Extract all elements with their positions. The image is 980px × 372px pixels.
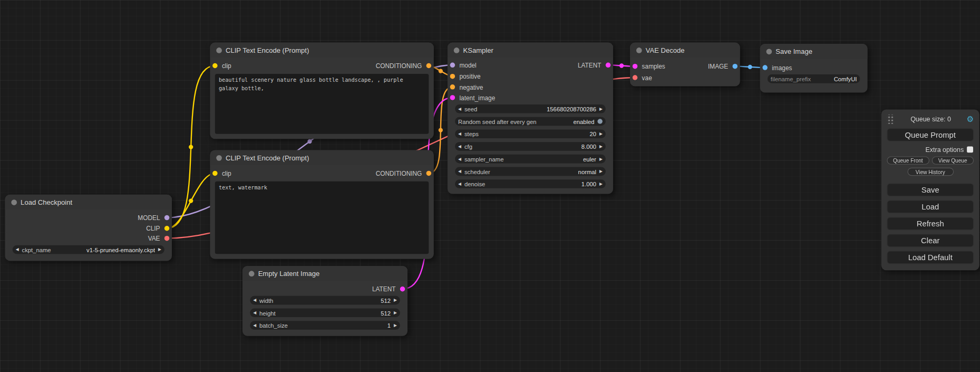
increment-arrow-icon[interactable]: ▶ (599, 169, 603, 174)
refresh-button[interactable]: Refresh (887, 217, 974, 230)
save-button[interactable]: Save (887, 183, 974, 196)
decrement-arrow-icon[interactable]: ◀ (458, 157, 461, 161)
widget-value: 1 (387, 322, 391, 329)
widget-seed[interactable]: ◀seed156680208700286▶ (455, 104, 606, 113)
input-port-latent_image[interactable] (450, 95, 455, 100)
input-port-images[interactable] (762, 65, 767, 70)
input-slot-images: images (762, 63, 792, 72)
decrement-arrow-icon[interactable]: ◀ (253, 323, 256, 328)
increment-arrow-icon[interactable]: ▶ (599, 107, 603, 111)
decrement-arrow-icon[interactable]: ◀ (458, 132, 461, 136)
widget-label: width (259, 297, 273, 304)
input-slot-label: model (459, 62, 476, 69)
input-slot-label: samples (642, 63, 665, 70)
menu-drag-handle-icon[interactable] (887, 114, 894, 123)
node-load-checkpoint[interactable]: Load CheckpointMODELCLIPVAE◀ckpt_namev1-… (5, 195, 172, 261)
input-slot-label: latent_image (459, 94, 495, 101)
increment-arrow-icon[interactable]: ▶ (599, 145, 603, 149)
node-save-image[interactable]: Save Imageimagesfilename_prefixComfyUI (760, 44, 868, 92)
input-port-negative[interactable] (450, 84, 455, 89)
view-history-button[interactable]: View History (907, 168, 954, 176)
input-slot-latent_image: latent_image (450, 93, 496, 102)
output-slot-conditioning: CONDITIONING (376, 61, 431, 70)
widget-batch-size[interactable]: ◀batch_size1▶ (250, 321, 400, 330)
output-port-clip[interactable] (164, 226, 169, 231)
queue-front-button[interactable]: Queue Front (887, 156, 929, 164)
widget-width[interactable]: ◀width512▶ (250, 296, 400, 305)
input-port-positive[interactable] (450, 74, 455, 79)
extra-options-checkbox[interactable] (967, 146, 973, 152)
input-port-clip[interactable] (212, 171, 217, 176)
link-midpoint-dot (189, 198, 193, 203)
prompt-text-widget[interactable]: beautiful scenery nature glass bottle la… (215, 74, 429, 134)
widget-random-seed-after-every-gen[interactable]: Random seed after every genenabled (455, 117, 606, 126)
widget-value: euler (583, 156, 596, 163)
input-port-samples[interactable] (633, 64, 637, 69)
node-collapse-dot-icon[interactable] (766, 49, 772, 54)
output-slot-image: IMAGE (708, 62, 738, 71)
clear-button[interactable]: Clear (887, 234, 974, 247)
load-default-button[interactable]: Load Default (887, 251, 974, 264)
output-port-image[interactable] (733, 64, 738, 69)
decrement-arrow-icon[interactable]: ◀ (458, 169, 461, 174)
prompt-text-widget[interactable]: text, watermark (215, 182, 429, 254)
output-port-latent[interactable] (400, 287, 405, 291)
increment-arrow-icon[interactable]: ▶ (394, 298, 397, 302)
toggle-indicator-icon[interactable] (597, 119, 602, 123)
node-collapse-dot-icon[interactable] (216, 155, 222, 160)
node-empty-latent-image[interactable]: Empty Latent ImageLATENT◀width512▶◀heigh… (242, 266, 407, 336)
graph-canvas[interactable]: Queue size: 0 ⚙ Queue Prompt Extra optio… (0, 0, 980, 372)
input-slot-clip: clip (212, 169, 231, 178)
decrement-arrow-icon[interactable]: ◀ (458, 182, 461, 186)
increment-arrow-icon[interactable]: ▶ (394, 311, 397, 315)
widget-height[interactable]: ◀height512▶ (250, 309, 400, 318)
queue-buttons-row: Queue Front View Queue (887, 156, 974, 164)
output-port-model[interactable] (164, 215, 169, 220)
decrement-arrow-icon[interactable]: ◀ (253, 311, 256, 315)
node-ksampler[interactable]: KSamplermodelpositivenegativelatent_imag… (448, 43, 613, 194)
node-collapse-dot-icon[interactable] (454, 47, 460, 53)
input-port-vae[interactable] (633, 75, 637, 80)
output-port-latent[interactable] (606, 63, 610, 68)
widget-value: normal (578, 168, 596, 175)
input-port-model[interactable] (450, 63, 455, 68)
widget-filename-prefix[interactable]: filename_prefixComfyUI (768, 74, 860, 83)
decrement-arrow-icon[interactable]: ◀ (16, 247, 19, 252)
increment-arrow-icon[interactable]: ▶ (599, 132, 603, 136)
node-title-text: Save Image (775, 47, 812, 55)
node-clip-text-encode-negative[interactable]: CLIP Text Encode (Prompt)clipCONDITIONIN… (210, 150, 433, 259)
queue-prompt-button[interactable]: Queue Prompt (887, 128, 974, 141)
node-collapse-dot-icon[interactable] (636, 47, 642, 53)
node-title-bar: Load Checkpoint (5, 195, 172, 209)
output-port-conditioning[interactable] (426, 171, 431, 176)
widget-scheduler[interactable]: ◀schedulernormal▶ (455, 167, 606, 176)
node-vae-decode[interactable]: VAE DecodesamplesvaeIMAGE (630, 43, 740, 87)
widget-denoise[interactable]: ◀denoise1.000▶ (455, 179, 606, 188)
widget-ckpt-name[interactable]: ◀ckpt_namev1-5-pruned-emaonly.ckpt▶ (13, 245, 164, 254)
link-midpoint-dot (439, 69, 443, 73)
settings-gear-icon[interactable]: ⚙ (966, 115, 974, 123)
decrement-arrow-icon[interactable]: ◀ (458, 145, 461, 149)
increment-arrow-icon[interactable]: ▶ (599, 157, 603, 161)
output-port-vae[interactable] (164, 236, 169, 241)
queue-size-label: Queue size: 0 (895, 115, 967, 122)
increment-arrow-icon[interactable]: ▶ (158, 247, 161, 252)
widget-steps[interactable]: ◀steps20▶ (455, 129, 606, 138)
node-collapse-dot-icon[interactable] (249, 271, 255, 276)
node-collapse-dot-icon[interactable] (11, 199, 17, 205)
node-title-text: Load Checkpoint (21, 198, 72, 206)
decrement-arrow-icon[interactable]: ◀ (253, 298, 256, 302)
link-midpoint-dot (748, 65, 752, 69)
widget-sampler-name[interactable]: ◀sampler_nameeuler▶ (455, 155, 606, 164)
increment-arrow-icon[interactable]: ▶ (599, 182, 603, 186)
node-collapse-dot-icon[interactable] (216, 47, 222, 53)
link-midpoint-dot (619, 63, 624, 68)
output-port-conditioning[interactable] (426, 63, 431, 68)
decrement-arrow-icon[interactable]: ◀ (458, 107, 461, 111)
input-port-clip[interactable] (212, 63, 217, 68)
load-button[interactable]: Load (887, 200, 974, 213)
view-queue-button[interactable]: View Queue (932, 156, 974, 164)
widget-cfg[interactable]: ◀cfg8.000▶ (455, 142, 606, 151)
increment-arrow-icon[interactable]: ▶ (394, 323, 397, 328)
node-clip-text-encode-positive[interactable]: CLIP Text Encode (Prompt)clipCONDITIONIN… (210, 43, 433, 139)
